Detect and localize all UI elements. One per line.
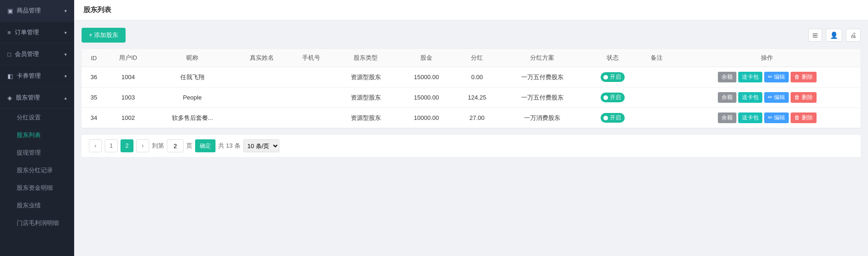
status-badge[interactable]: 开启 [601, 113, 625, 123]
goto-page-input[interactable] [167, 139, 184, 152]
cell-8: 一万消费股东 [500, 108, 585, 128]
col-nickname: 昵称 [150, 49, 234, 67]
members-icon: □ [7, 51, 11, 58]
cell-1: 1003 [106, 87, 150, 108]
sidebar-item-members[interactable]: □ 会员管理 ▾ [0, 44, 74, 65]
sidebar-item-shareholders[interactable]: ◈ 股东管理 ▴ [0, 87, 74, 109]
toolbar: + 添加股东 ⊞ 👤 🖨 [82, 28, 861, 43]
cell-8: 一万五付费股东 [500, 67, 585, 87]
page-2-button[interactable]: 2 [120, 139, 133, 152]
sidebar-sub-shareholder-funds[interactable]: 股东资金明细 [0, 179, 74, 197]
sidebar-sub-withdrawal[interactable]: 提现管理 [0, 144, 74, 162]
shareholder-list-label: 股东列表 [17, 131, 41, 138]
sidebar-item-orders-label: 订单管理 [15, 28, 39, 37]
status-badge[interactable]: 开启 [601, 72, 625, 82]
user-icon: 👤 [830, 31, 838, 39]
grid-view-button[interactable]: ⊞ [808, 29, 822, 42]
col-phone: 手机号 [289, 49, 333, 67]
sidebar-sub-dividend-records[interactable]: 股东分红记录 [0, 162, 74, 179]
sidebar: ▣ 商品管理 ▾ ≡ 订单管理 ▾ □ 会员管理 ▾ ◧ 卡券管理 ▾ ◈ 股东… [0, 0, 74, 256]
balance-button[interactable]: 余额 [718, 72, 736, 82]
store-margin-label: 门店毛利润明细 [17, 219, 59, 226]
print-button[interactable]: 🖨 [846, 29, 861, 42]
sidebar-item-shareholders-label: 股东管理 [16, 94, 40, 102]
sidebar-item-cards[interactable]: ◧ 卡券管理 ▾ [0, 65, 74, 87]
cell-2: People [150, 87, 234, 108]
shareholders-arrow-icon: ▴ [64, 95, 67, 100]
status-dot [603, 95, 608, 100]
withdrawal-label: 提现管理 [17, 149, 41, 156]
status-badge[interactable]: 开启 [601, 93, 625, 102]
confirm-goto-button[interactable]: 确定 [195, 139, 215, 152]
col-user-id: 用户ID [106, 49, 150, 67]
prev-page-button[interactable]: ‹ [89, 139, 102, 152]
cell-3 [234, 108, 289, 128]
next-page-button[interactable]: › [136, 139, 149, 152]
edit-button[interactable]: ✏ 编辑 [764, 112, 789, 123]
performance-label: 股东业绩 [17, 202, 41, 209]
col-capital: 股金 [398, 49, 455, 67]
shareholders-table: ID 用户ID 昵称 真实姓名 手机号 股东类型 股金 分红 分红方案 状态 备… [82, 49, 861, 128]
dividend-settings-label: 分红设置 [17, 114, 41, 121]
goods-icon: ▣ [7, 7, 13, 14]
send-card-button[interactable]: 送卡包 [738, 92, 762, 103]
delete-button[interactable]: 🗑 删除 [791, 112, 816, 123]
add-shareholder-button[interactable]: + 添加股东 [82, 28, 126, 43]
send-card-button[interactable]: 送卡包 [738, 72, 762, 82]
cell-4 [289, 108, 333, 128]
per-page-select[interactable]: 10 条/页 20 条/页 50 条/页 [243, 139, 279, 152]
content-area: + 添加股东 ⊞ 👤 🖨 ID 用户ID 昵称 真实姓名 [74, 20, 868, 256]
cell-note [640, 67, 674, 87]
cell-2: 任我飞翔 [150, 67, 234, 87]
delete-button[interactable]: 🗑 删除 [791, 92, 816, 103]
cell-note [640, 108, 674, 128]
col-real-name: 真实姓名 [234, 49, 289, 67]
shareholders-icon: ◈ [7, 94, 12, 101]
orders-icon: ≡ [7, 29, 11, 36]
cell-actions: 余额送卡包✏ 编辑🗑 删除 [674, 108, 861, 128]
sidebar-sub-dividend-settings[interactable]: 分红设置 [0, 109, 74, 126]
cell-5: 资源型股东 [333, 87, 398, 108]
sidebar-item-goods[interactable]: ▣ 商品管理 ▾ [0, 0, 74, 22]
total-count: 共 13 条 [218, 142, 241, 150]
goods-arrow-icon: ▾ [64, 8, 67, 13]
cell-3 [234, 87, 289, 108]
cell-0: 35 [82, 87, 106, 108]
edit-button[interactable]: ✏ 编辑 [764, 92, 789, 103]
cell-actions: 余额送卡包✏ 编辑🗑 删除 [674, 67, 861, 87]
sidebar-sub-shareholder-list[interactable]: 股东列表 [0, 126, 74, 144]
cell-1: 1002 [106, 108, 150, 128]
cell-8: 一万五付费股东 [500, 87, 585, 108]
page-1-button[interactable]: 1 [105, 139, 118, 152]
goto-label: 到第 [152, 142, 164, 150]
sidebar-sub-store-margin[interactable]: 门店毛利润明细 [0, 214, 74, 232]
sidebar-item-members-label: 会员管理 [15, 50, 39, 58]
send-card-button[interactable]: 送卡包 [738, 112, 762, 123]
col-status: 状态 [585, 49, 640, 67]
grid-icon: ⊞ [812, 31, 818, 39]
cell-4 [289, 67, 333, 87]
sidebar-item-goods-label: 商品管理 [17, 6, 41, 15]
balance-button[interactable]: 余额 [718, 112, 736, 123]
sidebar-item-orders[interactable]: ≡ 订单管理 ▾ [0, 22, 74, 44]
edit-button[interactable]: ✏ 编辑 [764, 72, 789, 82]
table-row: 341002软多售后套餐...资源型股东10000.0027.00一万消费股东开… [82, 108, 861, 128]
sidebar-sub-performance[interactable]: 股东业绩 [0, 197, 74, 214]
cell-1: 1004 [106, 67, 150, 87]
page-unit: 页 [186, 142, 192, 150]
col-plan: 分红方案 [500, 49, 585, 67]
table-row: 361004任我飞翔资源型股东15000.000.00一万五付费股东开启余额送卡… [82, 67, 861, 87]
balance-button[interactable]: 余额 [718, 92, 736, 103]
toolbar-right: ⊞ 👤 🖨 [808, 29, 861, 42]
delete-button[interactable]: 🗑 删除 [791, 72, 816, 82]
dividend-records-label: 股东分红记录 [17, 167, 53, 174]
table-header-row: ID 用户ID 昵称 真实姓名 手机号 股东类型 股金 分红 分红方案 状态 备… [82, 49, 861, 67]
col-id: ID [82, 49, 106, 67]
cell-6: 15000.00 [398, 67, 455, 87]
main-content: 股东列表 + 添加股东 ⊞ 👤 🖨 ID 用户ID [74, 0, 868, 256]
user-view-button[interactable]: 👤 [826, 29, 842, 42]
cell-6: 15000.00 [398, 87, 455, 108]
sidebar-item-cards-label: 卡券管理 [17, 72, 41, 80]
col-actions: 操作 [674, 49, 861, 67]
cell-6: 10000.00 [398, 108, 455, 128]
